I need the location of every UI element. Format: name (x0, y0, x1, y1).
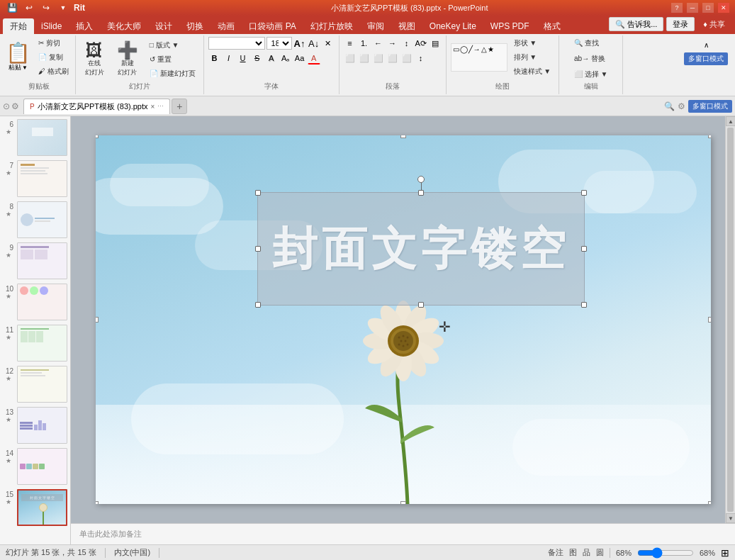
handle-bot-left[interactable] (255, 302, 261, 308)
shape-triangle[interactable]: △ (481, 45, 487, 53)
handle-bot-right[interactable] (581, 302, 587, 308)
icon3-btn[interactable]: 圆 (596, 547, 604, 558)
font-spacing-btn[interactable]: Aₐ (279, 52, 292, 65)
font-size-select[interactable]: 18 (266, 37, 292, 50)
handle-top-right[interactable] (581, 190, 587, 196)
shrink-font-btn[interactable]: A↓ (308, 37, 320, 50)
collapse-ribbon-btn[interactable]: ∧ (700, 38, 712, 51)
multiwindow-tab-btn[interactable]: 多窗口模式 (688, 100, 732, 113)
tab-settings-icon[interactable]: ⚙ (678, 101, 685, 111)
tab-review[interactable]: 审阅 (360, 18, 391, 34)
handle-top-left[interactable] (255, 190, 261, 196)
shape-line[interactable]: ╱ (469, 45, 473, 53)
layout-btn[interactable]: □ 版式 ▼ (146, 39, 199, 52)
tab-slideshow[interactable]: 幻灯片放映 (303, 18, 360, 34)
text-direction-btn[interactable]: A⟳ (415, 37, 427, 50)
tab-beautify[interactable]: 美化大师 (100, 18, 148, 34)
tab-onekey[interactable]: OneKey Lite (422, 18, 483, 34)
tab-pocket-animation[interactable]: 口袋动画 PA (242, 18, 303, 34)
paste-btn[interactable]: 📋 粘贴 ▼ (6, 43, 30, 72)
text-overlay-box[interactable]: 封面文字镂空 (257, 192, 585, 306)
scroll-down-arrow[interactable]: ▼ (726, 513, 735, 523)
reset-btn[interactable]: ↺ 重置 (146, 53, 199, 66)
doc-nav-settings[interactable]: ⚙ (11, 101, 19, 111)
slide-thumb-6[interactable]: 6 ★ (3, 119, 67, 156)
grow-font-btn[interactable]: A↑ (293, 37, 306, 50)
slide-thumb-12[interactable]: 12 ★ (3, 366, 67, 403)
help-btn[interactable]: ? (671, 3, 683, 13)
outdent-btn[interactable]: ← (372, 37, 385, 50)
find-btn[interactable]: 🔍 查找 (571, 37, 602, 50)
indent-btn[interactable]: → (386, 37, 399, 50)
slide-thumb-13[interactable]: 13 ★ (3, 407, 67, 444)
justify-btn[interactable]: ⬜ (386, 52, 399, 65)
new-page-btn[interactable]: 📄 新建幻灯页 (146, 67, 199, 80)
cut-btn[interactable]: ✂ 剪切 (35, 37, 72, 50)
icon2-btn[interactable]: 品 (583, 547, 590, 558)
new-slide-btn[interactable]: ➕ 新建幻灯片 (112, 39, 143, 80)
select-btn[interactable]: ⬜ 选择 ▼ (571, 68, 611, 81)
tab-view[interactable]: 视图 (391, 18, 422, 34)
handle-mid-right[interactable] (581, 246, 587, 252)
font-color-btn[interactable]: A (308, 52, 320, 65)
bullet-list-btn[interactable]: ≡ (344, 37, 357, 50)
new-tab-btn[interactable]: + (172, 99, 187, 114)
scroll-thumb[interactable] (727, 128, 734, 512)
shape-rect[interactable]: ▭ (453, 45, 459, 53)
shape-circle[interactable]: ◯ (460, 45, 468, 53)
rotate-handle[interactable] (417, 176, 425, 183)
italic-btn[interactable]: I (223, 52, 235, 65)
tab-animation[interactable]: 动画 (211, 18, 242, 34)
align-right-btn[interactable]: ⬜ (372, 52, 385, 65)
slide-thumb-15[interactable]: 15 ★ 封面文字镂空 (3, 489, 67, 526)
numbered-list-btn[interactable]: 1. (358, 37, 371, 50)
scroll-up-arrow[interactable]: ▲ (726, 116, 735, 126)
arrange-btn[interactable]: 排列 ▼ (510, 51, 555, 64)
doc-tab-close[interactable]: × (151, 103, 155, 111)
tab-design[interactable]: 设计 (148, 18, 179, 34)
close-btn[interactable]: ✕ (718, 3, 729, 13)
online-slides-btn[interactable]: 🖼 在线幻灯片 (80, 39, 109, 80)
tab-home[interactable]: 开始 (3, 18, 34, 34)
login-btn[interactable]: 登录 (666, 17, 695, 31)
fit-window-btn[interactable]: ⊞ (721, 547, 729, 559)
tab-switch[interactable]: 切换 (179, 18, 211, 34)
font-case-btn[interactable]: Aa (293, 52, 306, 65)
align-left-btn[interactable]: ⬜ (344, 52, 357, 65)
qat-save[interactable]: 💾 (6, 2, 18, 13)
clear-format-btn[interactable]: ✕ (322, 37, 335, 50)
doc-tab-pin[interactable]: ⋯ (157, 103, 164, 110)
handle-bot-mid[interactable] (418, 302, 424, 308)
min-btn[interactable]: ─ (687, 3, 698, 13)
tab-wps[interactable]: WPS PDF (483, 18, 537, 34)
tab-insert[interactable]: 插入 (69, 18, 100, 34)
qat-more[interactable]: ▼ (57, 2, 69, 13)
icon1-btn[interactable]: 图 (569, 547, 577, 558)
search-tell-me[interactable]: 🔍 告诉我... (609, 17, 663, 31)
replace-btn[interactable]: ab→ 替换 (571, 52, 609, 65)
doc-tab-main[interactable]: P 小清新文艺风PPT模板 (83).pptx × ⋯ (23, 99, 170, 114)
line-spacing-btn[interactable]: ↕ (415, 52, 427, 65)
strikethrough-btn[interactable]: S (251, 52, 264, 65)
bold-btn[interactable]: B (208, 52, 221, 65)
distribute-btn[interactable]: ⬜ (400, 52, 413, 65)
share-btn[interactable]: ♦ 共享 (697, 17, 731, 31)
shadow-btn[interactable]: A (265, 52, 278, 65)
copy-btn[interactable]: 📄 复制 (35, 51, 72, 64)
tab-islide[interactable]: iSlide (34, 18, 69, 34)
columns-btn[interactable]: ▤ (429, 37, 442, 50)
canvas-scroll[interactable]: 封面文字镂空 ✛ ▲ (71, 116, 735, 523)
slide-thumb-10[interactable]: 10 ★ (3, 284, 67, 320)
slide-thumb-8[interactable]: 8 ★ (3, 201, 67, 238)
comment-btn[interactable]: 备注 (548, 547, 563, 558)
shape-btn[interactable]: 形状 ▼ (510, 37, 555, 50)
doc-nav-left[interactable]: ⊙ (3, 101, 10, 111)
zoom-slider[interactable] (637, 549, 694, 557)
tab-search-icon[interactable]: 🔍 (664, 101, 675, 111)
handle-top-mid[interactable] (418, 190, 424, 196)
qat-undo[interactable]: ↩ (23, 2, 35, 13)
underline-btn[interactable]: U (237, 52, 249, 65)
notes-bar[interactable]: 单击此处添加备注 (71, 523, 735, 544)
shape-arrow[interactable]: → (473, 45, 481, 53)
slide-thumb-9[interactable]: 9 ★ (3, 242, 67, 279)
